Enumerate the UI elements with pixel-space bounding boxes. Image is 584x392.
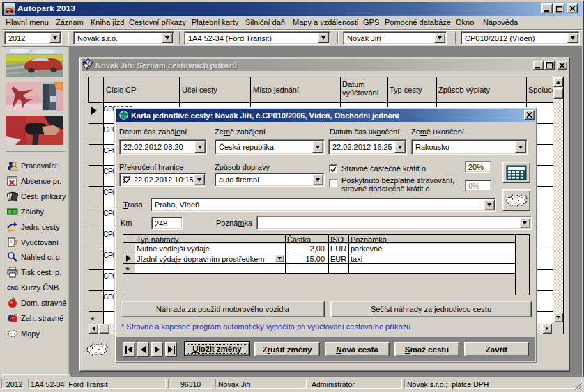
svg-text:ČNB: ČNB — [7, 285, 18, 291]
